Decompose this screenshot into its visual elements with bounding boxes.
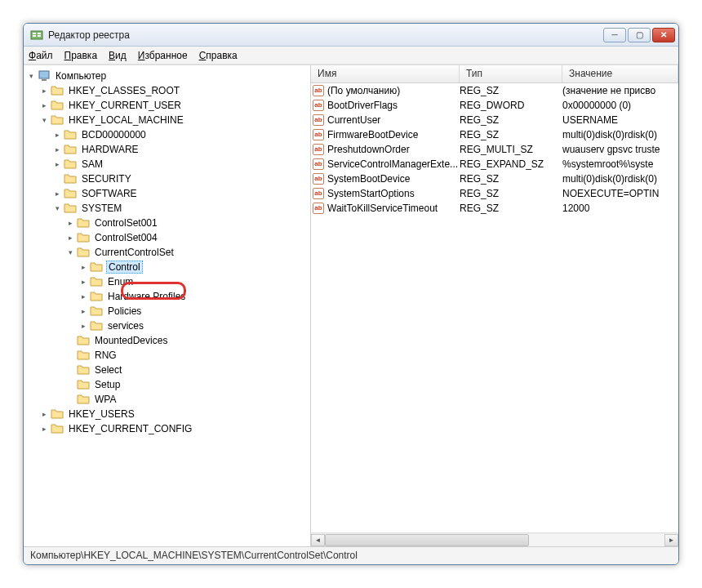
maximize-button[interactable]: ▢ (628, 28, 651, 42)
list-item[interactable]: ab SystemBootDevice REG_SZ multi(0)disk(… (311, 172, 678, 186)
tree-label: Hardware Profiles (106, 291, 187, 302)
list-item[interactable]: ab SystemStartOptions REG_SZ NOEXECUTE=O… (311, 186, 678, 201)
tree-hkcc[interactable]: ▸ HKEY_CURRENT_CONFIG (27, 421, 310, 436)
expander-icon[interactable]: ▸ (79, 292, 88, 301)
svg-rect-1 (33, 33, 36, 34)
value-type: REG_MULTI_SZ (460, 144, 562, 155)
computer-icon (38, 70, 51, 82)
tree-hku[interactable]: ▸ HKEY_USERS (27, 407, 310, 421)
folder-icon (51, 408, 64, 420)
tree-label: HARDWARE (80, 144, 140, 155)
list-item[interactable]: ab (По умолчанию) REG_SZ (значение не пр… (311, 83, 678, 98)
menu-favorites[interactable]: Избранное (138, 50, 188, 61)
menu-view[interactable]: Вид (109, 50, 127, 61)
col-name[interactable]: Имя (311, 65, 460, 82)
tree-bcd[interactable]: ▸ BCD00000000 (27, 127, 310, 142)
expander-icon[interactable]: ▸ (40, 410, 49, 419)
col-type[interactable]: Тип (460, 65, 562, 82)
tree-system[interactable]: ▾ SYSTEM (27, 201, 310, 216)
value-name: (По умолчанию) (326, 85, 460, 96)
col-value[interactable]: Значение (562, 65, 678, 82)
tree-software[interactable]: ▸ SOFTWARE (27, 186, 310, 201)
expander-icon[interactable]: ▸ (79, 278, 88, 287)
tree-control[interactable]: ▸ Control (27, 260, 310, 274)
status-bar: Компьютер\HKEY_LOCAL_MACHINE\SYSTEM\Curr… (24, 546, 678, 564)
tree-label: CurrentControlSet (93, 247, 176, 258)
folder-icon (90, 291, 103, 302)
titlebar[interactable]: Редактор реестра ─ ▢ ✕ (24, 24, 678, 47)
tree-ccs[interactable]: ▾ CurrentControlSet (27, 245, 310, 260)
tree-hklm[interactable]: ▾ HKEY_LOCAL_MACHINE (27, 113, 310, 127)
expander-icon[interactable]: ▸ (53, 189, 62, 198)
list-item[interactable]: ab PreshutdownOrder REG_MULTI_SZ wuauser… (311, 142, 678, 157)
tree-enum[interactable]: ▸ Enum (27, 274, 310, 289)
tree-mounted[interactable]: MountedDevices (27, 333, 310, 348)
list-item[interactable]: ab FirmwareBootDevice REG_SZ multi(0)dis… (311, 127, 678, 142)
scroll-left-icon[interactable]: ◄ (311, 534, 325, 546)
expander-icon[interactable]: ▸ (66, 219, 75, 228)
close-button[interactable]: ✕ (652, 28, 675, 42)
expander-icon[interactable]: ▸ (40, 87, 49, 96)
tree-cs004[interactable]: ▸ ControlSet004 (27, 230, 310, 245)
tree-wpa[interactable]: WPA (27, 392, 310, 407)
h-scrollbar[interactable]: ◄ ► (311, 532, 678, 546)
list-body[interactable]: ab (По умолчанию) REG_SZ (значение не пр… (311, 83, 678, 532)
folder-icon (90, 261, 103, 273)
scroll-right-icon[interactable]: ► (664, 534, 678, 546)
menu-file[interactable]: Файл (29, 50, 53, 61)
menu-help[interactable]: Справка (199, 50, 238, 61)
tree-hardware[interactable]: ▸ HARDWARE (27, 142, 310, 157)
tree-policies[interactable]: ▸ Policies (27, 304, 310, 318)
expander-icon[interactable]: ▸ (79, 307, 88, 316)
expander-icon[interactable]: ▸ (40, 101, 49, 110)
tree-label: Control (106, 261, 143, 274)
expander-icon[interactable]: ▸ (53, 160, 62, 169)
expander-icon[interactable]: ▸ (53, 145, 62, 154)
folder-icon (64, 158, 77, 170)
menu-edit[interactable]: Правка (64, 50, 98, 61)
list-item[interactable]: ab CurrentUser REG_SZ USERNAME (311, 113, 678, 127)
tree-sam[interactable]: ▸ SAM (27, 157, 310, 172)
tree-rng[interactable]: RNG (27, 348, 310, 363)
expander-icon[interactable]: ▾ (53, 204, 62, 213)
tree-services[interactable]: ▸ services (27, 318, 310, 333)
tree-hkcu[interactable]: ▸ HKEY_CURRENT_USER (27, 98, 310, 113)
expander-icon[interactable]: ▸ (79, 263, 88, 272)
tree-label: ControlSet001 (93, 217, 159, 229)
tree-root[interactable]: ▾ Компьютер (27, 69, 310, 83)
minimize-button[interactable]: ─ (603, 28, 626, 42)
expander-icon[interactable]: ▸ (40, 425, 49, 434)
folder-icon (51, 85, 64, 96)
scroll-thumb[interactable] (325, 534, 529, 546)
tree-label: SECURITY (80, 173, 133, 185)
tree-setup[interactable]: Setup (27, 377, 310, 392)
list-item[interactable]: ab WaitToKillServiceTimeout REG_SZ 12000 (311, 201, 678, 216)
expander-icon[interactable]: ▸ (53, 131, 62, 140)
tree-security[interactable]: SECURITY (27, 172, 310, 186)
expander-icon[interactable]: ▸ (79, 322, 88, 331)
tree-hkcr[interactable]: ▸ HKEY_CLASSES_ROOT (27, 83, 310, 98)
tree-select[interactable]: Select (27, 363, 310, 377)
tree-hwprofiles[interactable]: ▸ Hardware Profiles (27, 289, 310, 304)
expander-icon[interactable]: ▾ (27, 72, 36, 81)
value-data: 0x00000000 (0) (562, 100, 678, 111)
value-data: 12000 (562, 203, 678, 214)
value-icon: ab (311, 173, 326, 185)
value-type: REG_SZ (460, 203, 562, 214)
scroll-track[interactable] (325, 534, 664, 546)
value-icon: ab (311, 188, 326, 199)
value-type: REG_SZ (460, 129, 562, 140)
value-name: WaitToKillServiceTimeout (326, 203, 460, 214)
value-type: REG_SZ (460, 114, 562, 126)
list-item[interactable]: ab ServiceControlManagerExte... REG_EXPA… (311, 157, 678, 172)
menubar: Файл Правка Вид Избранное Справка (24, 47, 678, 65)
tree-panel[interactable]: ▾ Компьютер ▸ HKEY_CLASSES_ROOT ▸ HKEY_C… (24, 65, 311, 546)
tree-cs001[interactable]: ▸ ControlSet001 (27, 216, 310, 230)
value-icon: ab (311, 144, 326, 155)
list-item[interactable]: ab BootDriverFlags REG_DWORD 0x00000000 … (311, 98, 678, 113)
expander-icon[interactable]: ▸ (66, 234, 75, 243)
svg-rect-2 (33, 35, 36, 37)
svg-rect-5 (39, 71, 49, 78)
expander-icon[interactable]: ▾ (66, 248, 75, 257)
expander-icon[interactable]: ▾ (40, 116, 49, 125)
